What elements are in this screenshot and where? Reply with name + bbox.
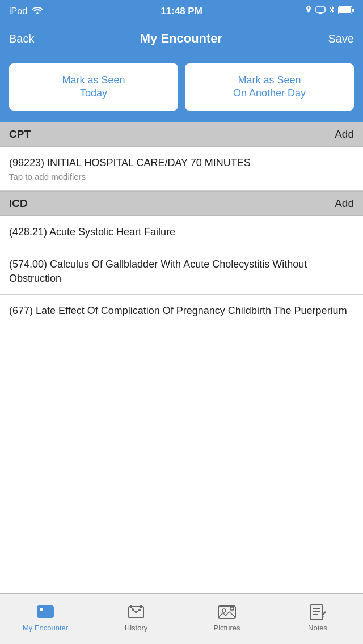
icd-item-0[interactable]: (428.21) Acute Systolic Heart Failure	[0, 216, 363, 248]
screen-mirror-icon	[315, 6, 326, 16]
mark-seen-today-line2: Today	[80, 87, 107, 99]
cpt-section-header: CPT Add	[0, 122, 363, 147]
svg-rect-15	[130, 605, 132, 608]
icd-section-header: ICD Add	[0, 191, 363, 216]
bluetooth-icon	[329, 6, 335, 17]
cpt-item-0[interactable]: (99223) INITIAL HOSPITAL CARE/DAY 70 MIN…	[0, 147, 363, 191]
svg-rect-19	[230, 607, 234, 610]
save-button[interactable]: Save	[328, 32, 354, 45]
cpt-item-0-title: (99223) INITIAL HOSPITAL CARE/DAY 70 MIN…	[9, 156, 354, 170]
mark-seen-other-line1: Mark as Seen	[238, 74, 301, 86]
pictures-icon	[217, 604, 237, 621]
svg-rect-22	[313, 608, 320, 609]
tab-bar: My Encounter History P	[0, 593, 363, 644]
status-bar-right	[305, 6, 354, 17]
svg-rect-8	[46, 608, 52, 609]
svg-rect-1	[316, 7, 325, 12]
tab-my-encounter-label: My Encounter	[23, 624, 68, 632]
status-bar-left: iPod	[9, 6, 43, 16]
status-bar: iPod 11:48 PM	[0, 0, 363, 23]
cpt-add-button[interactable]: Add	[335, 128, 354, 141]
tab-history-label: History	[125, 624, 147, 632]
mark-seen-another-day-button[interactable]: Mark as Seen On Another Day	[185, 63, 354, 111]
svg-rect-23	[313, 611, 320, 612]
back-button[interactable]: Back	[9, 32, 34, 45]
battery-icon	[338, 6, 354, 16]
device-name: iPod	[9, 6, 27, 16]
history-icon	[126, 604, 146, 621]
icd-label: ICD	[9, 197, 28, 210]
svg-rect-4	[352, 9, 354, 12]
nav-bar: Back My Encounter Save	[0, 23, 363, 54]
location-icon	[305, 6, 312, 17]
tab-pictures-label: Pictures	[214, 624, 240, 632]
action-area: Mark as Seen Today Mark as Seen On Anoth…	[0, 54, 363, 122]
tab-notes-label: Notes	[308, 624, 327, 632]
svg-rect-10	[46, 613, 49, 614]
icd-item-1[interactable]: (574.00) Calculus Of Gallbladder With Ac…	[0, 248, 363, 295]
cpt-item-0-subtitle: Tap to add modifiers	[9, 172, 354, 181]
tab-pictures[interactable]: Pictures	[182, 594, 272, 644]
svg-point-0	[36, 12, 39, 14]
svg-rect-16	[140, 605, 142, 608]
tab-notes[interactable]: Notes	[272, 594, 363, 644]
svg-point-18	[222, 609, 226, 612]
mark-seen-today-button[interactable]: Mark as Seen Today	[9, 63, 178, 111]
tab-history[interactable]: History	[91, 594, 182, 644]
nav-title: My Encounter	[140, 31, 222, 46]
icd-add-button[interactable]: Add	[335, 197, 354, 210]
content-area: CPT Add (99223) INITIAL HOSPITAL CARE/DA…	[0, 122, 363, 327]
mark-seen-other-line2: On Another Day	[233, 87, 306, 99]
wifi-icon	[32, 6, 43, 16]
svg-point-7	[40, 608, 43, 611]
svg-rect-24	[313, 614, 318, 615]
tab-my-encounter[interactable]: My Encounter	[0, 594, 91, 644]
cpt-label: CPT	[9, 128, 31, 141]
svg-rect-17	[218, 606, 235, 618]
notes-icon	[307, 604, 328, 621]
status-bar-time: 11:48 PM	[161, 6, 202, 17]
my-encounter-icon	[35, 604, 56, 621]
icd-item-2[interactable]: (677) Late Effect Of Complication Of Pre…	[0, 295, 363, 327]
icd-item-1-title: (574.00) Calculus Of Gallbladder With Ac…	[9, 257, 354, 285]
mark-seen-today-line1: Mark as Seen	[62, 74, 125, 86]
svg-rect-5	[339, 7, 351, 13]
svg-rect-9	[46, 611, 50, 612]
icd-item-2-title: (677) Late Effect Of Complication Of Pre…	[9, 304, 354, 317]
icd-item-0-title: (428.21) Acute Systolic Heart Failure	[9, 225, 354, 239]
